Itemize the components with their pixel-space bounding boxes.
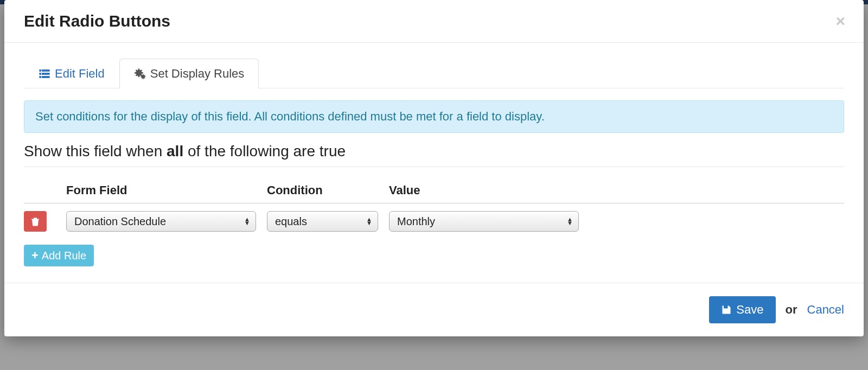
value-select[interactable]: Monthly ▲▼ xyxy=(389,211,579,232)
trash-icon xyxy=(30,216,40,227)
save-button[interactable]: Save xyxy=(709,296,775,323)
svg-rect-4 xyxy=(40,76,41,78)
add-rule-label: Add Rule xyxy=(42,250,86,262)
heading-prefix: Show this field when xyxy=(24,143,167,160)
tab-label: Edit Field xyxy=(55,67,105,81)
svg-rect-8 xyxy=(726,306,727,308)
modal-header: Edit Radio Buttons × xyxy=(4,0,864,43)
modal-title: Edit Radio Buttons xyxy=(24,12,170,30)
tab-edit-field[interactable]: Edit Field xyxy=(24,59,119,88)
rules-header-row: Form Field Condition Value xyxy=(24,183,844,203)
col-value: Value xyxy=(389,183,590,197)
edit-radio-modal: Edit Radio Buttons × Edit Field xyxy=(4,0,864,336)
save-label: Save xyxy=(736,303,763,317)
condition-select[interactable]: equals ▲▼ xyxy=(267,211,378,232)
svg-rect-0 xyxy=(40,70,41,72)
plus-icon: + xyxy=(31,248,39,263)
svg-rect-3 xyxy=(42,73,49,75)
save-icon xyxy=(721,304,732,315)
modal-body: Edit Field Set Display Rules Set conditi… xyxy=(4,43,864,272)
heading-suffix: of the following are true xyxy=(183,143,346,160)
or-text: or xyxy=(786,303,797,317)
info-banner: Set conditions for the display of this f… xyxy=(24,100,844,133)
select-value: Donation Schedule xyxy=(74,215,166,228)
rule-row: Donation Schedule ▲▼ equals ▲▼ Monthly ▲… xyxy=(24,203,844,232)
cancel-link[interactable]: Cancel xyxy=(807,303,844,317)
sort-icon: ▲▼ xyxy=(366,218,372,225)
heading-emphasis: all xyxy=(167,143,183,160)
tab-set-display-rules[interactable]: Set Display Rules xyxy=(119,59,259,88)
sort-icon: ▲▼ xyxy=(244,218,250,225)
modal-footer: Save or Cancel xyxy=(4,283,864,336)
tabs: Edit Field Set Display Rules xyxy=(24,58,844,88)
select-value: Monthly xyxy=(397,215,435,228)
svg-rect-5 xyxy=(42,76,49,78)
section-heading: Show this field when all of the followin… xyxy=(24,143,844,167)
close-icon[interactable]: × xyxy=(832,13,848,29)
list-icon xyxy=(39,68,50,80)
delete-rule-button[interactable] xyxy=(24,211,47,232)
svg-rect-1 xyxy=(42,70,49,72)
tab-label: Set Display Rules xyxy=(150,67,245,81)
gears-icon xyxy=(134,68,146,80)
rules-table: Form Field Condition Value Donation Sche… xyxy=(24,183,844,232)
sort-icon: ▲▼ xyxy=(567,218,573,225)
svg-rect-2 xyxy=(40,73,41,75)
select-value: equals xyxy=(275,215,307,228)
col-form-field: Form Field xyxy=(66,183,267,197)
add-rule-button[interactable]: + Add Rule xyxy=(24,245,94,266)
col-condition: Condition xyxy=(267,183,389,197)
form-field-select[interactable]: Donation Schedule ▲▼ xyxy=(66,211,256,232)
